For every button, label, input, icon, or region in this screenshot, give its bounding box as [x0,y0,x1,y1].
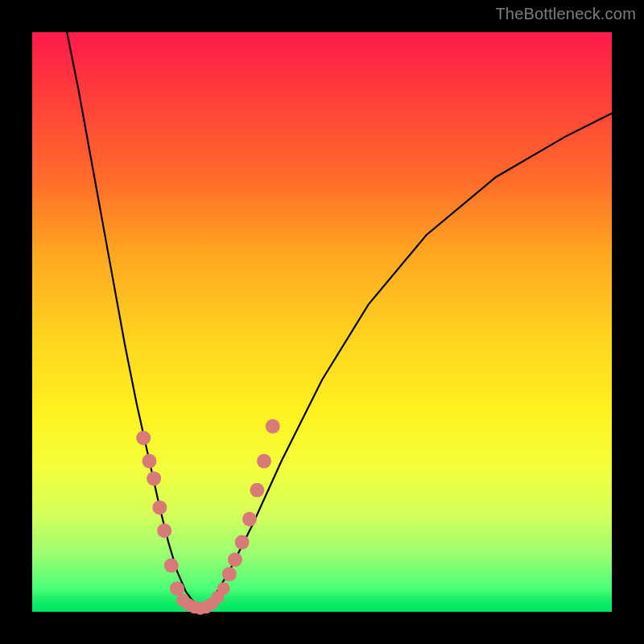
scatter-dot [235,535,250,550]
scatter-dots [136,419,280,615]
left-curve [67,32,200,609]
scatter-dot [170,581,184,596]
scatter-dot [266,419,280,434]
scatter-dot [157,523,171,538]
watermark-text: TheBottleneck.com [495,5,636,23]
plot-area [32,32,612,612]
scatter-dot [257,454,271,469]
chart-svg [32,32,612,612]
scatter-dot [217,582,230,595]
scatter-dot [142,454,156,469]
scatter-dot [222,567,237,581]
right-curve [200,114,612,609]
chart-frame: TheBottleneck.com [0,0,644,644]
scatter-dot [250,483,264,497]
scatter-dot [164,558,179,572]
scatter-dot [152,500,167,514]
scatter-dot [242,512,257,526]
scatter-dot [147,471,161,485]
scatter-dot [228,552,242,567]
scatter-dot [136,431,151,445]
